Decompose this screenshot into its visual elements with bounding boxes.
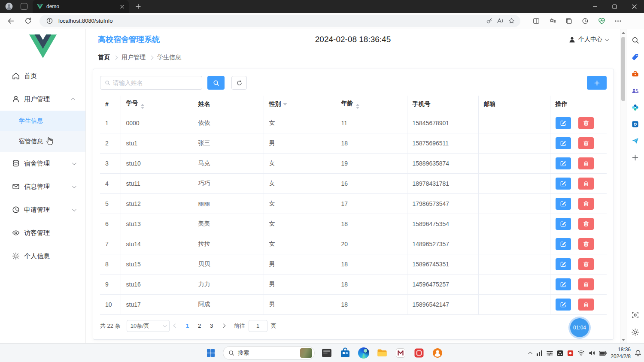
sidebar-item-student-info[interactable]: 学生信息	[0, 111, 85, 131]
url-text[interactable]: localhost:8080/stuInfo	[58, 18, 483, 24]
delete-button[interactable]	[578, 137, 594, 149]
scroll-down-arrow[interactable]	[620, 336, 626, 343]
next-page-button[interactable]	[218, 320, 230, 332]
site-info-icon[interactable]	[44, 15, 55, 27]
add-sidebar-app-icon[interactable]	[629, 151, 641, 163]
delete-button[interactable]	[578, 238, 594, 250]
toolbox-icon[interactable]	[629, 68, 641, 80]
file-explorer-icon[interactable]	[376, 347, 389, 359]
browser-essentials-icon[interactable]	[595, 15, 608, 27]
store-app-icon[interactable]	[339, 347, 352, 359]
search-input[interactable]	[113, 79, 197, 86]
person-app-icon[interactable]	[431, 347, 444, 359]
edit-button[interactable]	[556, 117, 571, 129]
mail-m-app-icon[interactable]	[394, 347, 407, 359]
filter-icon[interactable]	[283, 103, 287, 106]
edit-button[interactable]	[556, 157, 571, 169]
refresh-button[interactable]	[231, 76, 247, 90]
people-icon[interactable]	[629, 84, 641, 97]
browser-tab[interactable]: demo	[33, 0, 129, 13]
sidebar-item-application-management[interactable]: 申请管理	[0, 198, 85, 221]
delete-button[interactable]	[578, 117, 594, 129]
volume-icon[interactable]	[589, 350, 595, 356]
sidebar-item-dorm-manager-info[interactable]: 宿管信息	[0, 131, 85, 152]
tray-mixer-icon[interactable]	[547, 350, 553, 356]
address-bar[interactable]: localhost:8080/stuInfo	[39, 15, 520, 27]
new-tab-button[interactable]	[133, 1, 143, 12]
wifi-icon[interactable]	[577, 350, 585, 356]
sidebar-item-visitor-management[interactable]: 访客管理	[0, 221, 85, 244]
delete-button[interactable]	[578, 299, 594, 311]
edge-app-icon[interactable]	[357, 347, 370, 359]
add-student-button[interactable]	[587, 76, 607, 90]
shopping-icon[interactable]	[629, 51, 641, 63]
more-menu-icon[interactable]	[611, 15, 624, 27]
edit-button[interactable]	[556, 198, 571, 210]
sidebar-search-icon[interactable]	[629, 34, 641, 46]
sidebar-item-personal-info[interactable]: 个人信息	[0, 244, 85, 268]
edit-button[interactable]	[556, 299, 571, 311]
sidebar-settings-gear-icon[interactable]	[629, 326, 641, 338]
collections-icon[interactable]	[562, 15, 575, 27]
edit-button[interactable]	[556, 178, 571, 190]
page-jumper-input[interactable]	[249, 320, 267, 332]
delete-button[interactable]	[578, 278, 594, 290]
sidebar-item-info-management[interactable]: 信息管理	[0, 175, 85, 198]
sidebar-item-user-management[interactable]: 用户管理	[0, 87, 85, 111]
sort-icons[interactable]	[356, 104, 359, 109]
sort-icons[interactable]	[141, 104, 144, 109]
search-button[interactable]	[207, 76, 225, 90]
delete-button[interactable]	[578, 218, 594, 230]
breadcrumb-home[interactable]: 首页	[98, 54, 110, 61]
sidebar-item-dorm-management[interactable]: 宿舍管理	[0, 152, 85, 175]
maximize-button[interactable]	[605, 0, 624, 13]
split-screen-icon[interactable]	[530, 15, 543, 27]
favorites-icon[interactable]	[546, 15, 559, 27]
delete-button[interactable]	[578, 178, 594, 190]
profile-avatar-icon[interactable]	[5, 3, 13, 10]
history-icon[interactable]	[579, 15, 592, 27]
password-key-icon[interactable]	[483, 15, 495, 27]
drop-icon[interactable]	[629, 135, 641, 147]
page-button-1[interactable]: 1	[182, 320, 194, 332]
add-favorite-icon[interactable]	[506, 15, 517, 27]
minimize-button[interactable]	[585, 0, 605, 13]
breadcrumb-user-management[interactable]: 用户管理	[122, 54, 146, 61]
screen-capture-icon[interactable]	[629, 309, 641, 321]
microsoft-365-icon[interactable]	[629, 101, 641, 113]
delete-button[interactable]	[578, 198, 594, 210]
dark-window-app-icon[interactable]	[320, 347, 333, 359]
notification-bell-icon[interactable]	[635, 350, 641, 357]
tray-ime-icon[interactable]	[557, 350, 563, 356]
back-icon[interactable]	[4, 15, 17, 27]
name-search-field[interactable]	[100, 76, 202, 90]
workspaces-icon[interactable]	[21, 3, 27, 10]
edit-button[interactable]	[556, 258, 571, 270]
edit-button[interactable]	[556, 238, 571, 250]
taskbar-search-box[interactable]: 搜索	[223, 346, 315, 360]
close-window-button[interactable]	[624, 0, 644, 13]
start-button[interactable]	[204, 347, 217, 359]
recording-timer-bubble[interactable]: 01:04	[570, 318, 589, 337]
page-button-3[interactable]: 3	[206, 320, 218, 332]
tray-red-app-icon[interactable]	[567, 350, 574, 356]
profile-menu[interactable]: 个人中心	[568, 36, 608, 43]
tray-graph-icon[interactable]	[536, 350, 543, 356]
taskbar-clock[interactable]: 18:36 2024/2/8	[611, 346, 631, 360]
scrollbar-thumb[interactable]	[621, 37, 625, 101]
scroll-up-arrow[interactable]	[620, 29, 626, 36]
read-aloud-icon[interactable]	[495, 15, 506, 27]
designer-icon[interactable]	[629, 118, 641, 130]
reload-icon[interactable]	[21, 15, 34, 27]
tray-expand-icon[interactable]	[529, 352, 532, 355]
delete-button[interactable]	[578, 157, 594, 169]
page-size-select[interactable]: 10条/页	[127, 320, 170, 332]
battery-icon[interactable]	[599, 351, 607, 356]
red-app-icon[interactable]	[413, 347, 425, 359]
sidebar-item-home[interactable]: 首页	[0, 64, 85, 87]
page-button-2[interactable]: 2	[194, 320, 206, 332]
edit-button[interactable]	[556, 278, 571, 290]
prev-page-button[interactable]	[170, 320, 182, 332]
vertical-scrollbar[interactable]	[620, 29, 626, 343]
edit-button[interactable]	[556, 137, 571, 149]
